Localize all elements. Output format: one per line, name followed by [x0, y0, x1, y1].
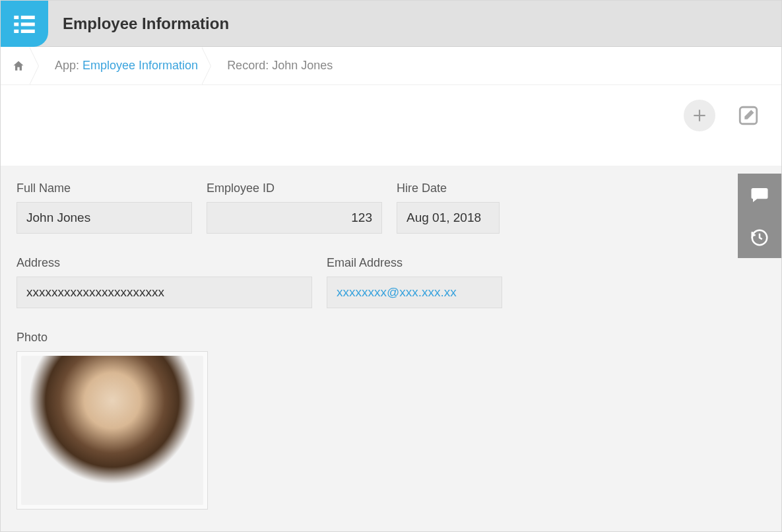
breadcrumb: App: Employee Information Record: John J…: [1, 47, 781, 85]
edit-record-button[interactable]: [735, 102, 762, 129]
label-address: Address: [16, 256, 312, 270]
chat-icon: [750, 185, 769, 205]
field-hire-date: Hire Date Aug 01, 2018: [397, 182, 500, 234]
svg-rect-2: [14, 22, 18, 26]
breadcrumb-app[interactable]: App: Employee Information: [55, 59, 198, 73]
breadcrumb-app-link: Employee Information: [82, 59, 198, 72]
label-employee-id: Employee ID: [207, 182, 382, 195]
breadcrumb-app-prefix: App:: [55, 59, 82, 72]
svg-rect-7: [694, 115, 705, 116]
app-list-icon[interactable]: [1, 1, 48, 47]
breadcrumb-record-prefix: Record:: [227, 59, 272, 72]
field-full-name: Full Name John Jones: [16, 182, 192, 234]
photo-container[interactable]: [16, 351, 208, 510]
plus-icon: [691, 107, 708, 124]
field-email: Email Address xxxxxxxx@xxx.xxx.xx: [327, 256, 502, 308]
page-title: Employee Information: [63, 15, 229, 33]
value-employee-id: 123: [207, 202, 382, 234]
add-record-button[interactable]: [684, 100, 715, 131]
breadcrumb-record-name: John Jones: [272, 59, 333, 72]
label-hire-date: Hire Date: [397, 182, 500, 195]
svg-rect-5: [21, 29, 35, 32]
breadcrumb-separator: [30, 47, 43, 85]
svg-rect-3: [21, 22, 35, 26]
field-employee-id: Employee ID 123: [207, 182, 382, 234]
value-address: xxxxxxxxxxxxxxxxxxxxxx: [16, 277, 312, 308]
field-address: Address xxxxxxxxxxxxxxxxxxxxxx: [16, 256, 312, 308]
home-icon: [12, 59, 25, 73]
edit-icon: [737, 104, 760, 127]
history-button[interactable]: [738, 216, 781, 258]
breadcrumb-record: Record: John Jones: [227, 59, 333, 73]
list-icon: [11, 10, 38, 38]
value-hire-date: Aug 01, 2018: [397, 202, 500, 234]
value-full-name: John Jones: [16, 202, 192, 234]
label-full-name: Full Name: [16, 182, 192, 195]
label-email: Email Address: [327, 256, 502, 270]
employee-photo: [21, 356, 203, 505]
record-actions: [684, 100, 762, 131]
value-email[interactable]: xxxxxxxx@xxx.xxx.xx: [327, 277, 502, 308]
record-form: Full Name John Jones Employee ID 123 Hir…: [1, 166, 781, 531]
breadcrumb-separator: [202, 47, 215, 85]
app-header: Employee Information: [1, 1, 781, 47]
label-photo: Photo: [16, 331, 766, 345]
field-photo: Photo: [16, 331, 766, 510]
comments-button[interactable]: [738, 174, 781, 216]
side-dock: [738, 174, 781, 258]
history-icon: [750, 228, 769, 248]
email-link[interactable]: xxxxxxxx@xxx.xxx.xx: [337, 285, 457, 300]
svg-rect-4: [14, 29, 18, 32]
svg-rect-0: [14, 15, 18, 18]
svg-rect-1: [21, 15, 35, 18]
breadcrumb-home[interactable]: [11, 59, 26, 73]
